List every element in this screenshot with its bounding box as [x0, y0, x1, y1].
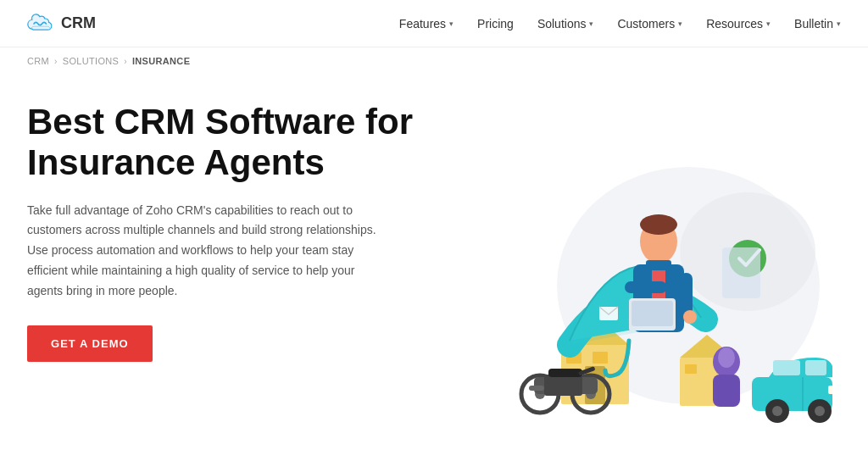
- svg-rect-38: [773, 360, 800, 375]
- chevron-down-icon: ▾: [837, 19, 841, 28]
- svg-point-43: [815, 406, 825, 416]
- breadcrumb-arrow: ›: [54, 57, 58, 66]
- svg-rect-33: [544, 375, 582, 396]
- hero-illustration: [451, 95, 841, 459]
- svg-rect-39: [805, 360, 826, 375]
- breadcrumb-current: INSURANCE: [132, 56, 190, 66]
- nav-customers[interactable]: Customers ▾: [617, 17, 682, 31]
- logo-area: CRM: [27, 10, 96, 37]
- logo-text: CRM: [61, 14, 96, 32]
- hero-content: Best CRM Software for Insurance Agents T…: [27, 95, 451, 362]
- insurance-illustration: [459, 116, 832, 438]
- nav-pricing[interactable]: Pricing: [477, 17, 514, 31]
- svg-rect-17: [646, 260, 671, 270]
- svg-rect-9: [685, 364, 697, 374]
- breadcrumb: CRM › SOLUTIONS › INSURANCE: [0, 47, 868, 75]
- chevron-down-icon: ▾: [589, 19, 593, 28]
- svg-point-20: [683, 310, 697, 324]
- header: CRM Features ▾ Pricing Solutions ▾ Custo…: [0, 0, 868, 47]
- svg-rect-6: [593, 352, 608, 364]
- nav-solutions[interactable]: Solutions ▾: [537, 17, 594, 31]
- svg-point-41: [772, 406, 782, 416]
- hero-title: Best CRM Software for Insurance Agents: [27, 102, 451, 184]
- main-nav: Features ▾ Pricing Solutions ▾ Customers…: [399, 17, 841, 31]
- svg-rect-19: [625, 281, 667, 293]
- hero-description: Take full advantage of Zoho CRM's capabi…: [27, 201, 383, 302]
- logo-icon: [27, 10, 54, 37]
- breadcrumb-solutions[interactable]: SOLUTIONS: [63, 56, 120, 66]
- chevron-down-icon: ▾: [766, 19, 771, 28]
- svg-point-16: [640, 214, 677, 235]
- breadcrumb-arrow: ›: [124, 57, 127, 66]
- svg-rect-24: [722, 247, 760, 298]
- cta-demo-button[interactable]: GET A DEMO: [27, 325, 153, 362]
- svg-rect-22: [632, 301, 673, 326]
- svg-rect-44: [828, 386, 832, 394]
- svg-rect-26: [713, 375, 740, 407]
- svg-rect-36: [529, 386, 544, 391]
- svg-point-27: [718, 347, 735, 368]
- nav-features[interactable]: Features ▾: [399, 17, 453, 31]
- chevron-down-icon: ▾: [449, 19, 453, 28]
- hero-section: Best CRM Software for Insurance Agents T…: [0, 75, 868, 459]
- nav-bulletin[interactable]: Bulletin ▾: [794, 17, 841, 31]
- svg-rect-34: [548, 369, 582, 377]
- chevron-down-icon: ▾: [678, 19, 682, 28]
- svg-rect-18: [680, 273, 693, 315]
- breadcrumb-crm[interactable]: CRM: [27, 56, 49, 66]
- nav-resources[interactable]: Resources ▾: [706, 17, 771, 31]
